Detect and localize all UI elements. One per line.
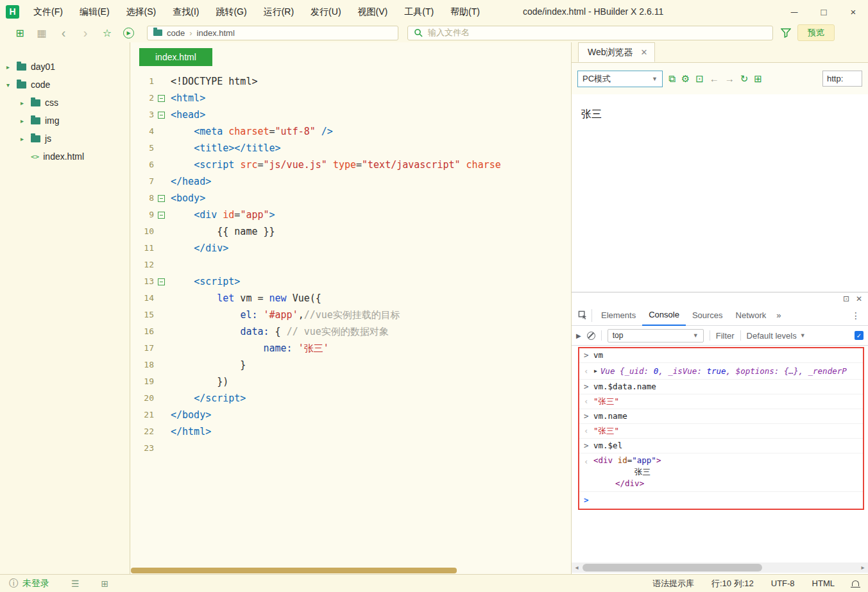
forward-arrow-icon[interactable]: → [725, 73, 735, 84]
file-search-input[interactable]: 输入文件名 [407, 26, 773, 40]
login-status[interactable]: 未登录 [22, 578, 49, 589]
encoding[interactable]: UTF-8 [771, 579, 795, 588]
code-line-19[interactable]: 19 }) [131, 373, 571, 390]
editor-horizontal-scrollbar[interactable] [131, 568, 457, 573]
close-button[interactable]: × [838, 0, 868, 23]
code-line-22[interactable]: 22</html> [131, 423, 571, 440]
console-filter-input[interactable]: Filter [716, 331, 735, 341]
toggle-sidebar-icon[interactable]: ⊞ [9, 27, 31, 39]
fold-marker-icon[interactable] [158, 195, 165, 202]
console-sidebar-icon[interactable]: ▶ [576, 332, 581, 339]
menu-查找(I)[interactable]: 查找(I) [164, 0, 207, 23]
syntax-library[interactable]: 语法提示库 [652, 578, 694, 589]
editor-pane[interactable]: index.html 1<!DOCTYPE html>2<html>3<head… [131, 42, 571, 574]
open-external-icon[interactable]: ⧉ [668, 73, 676, 85]
navigate-forward-icon[interactable]: › [74, 26, 96, 40]
inspect-element-icon[interactable] [574, 309, 592, 322]
run-button[interactable]: ▶ [123, 28, 134, 38]
menu-帮助(T)[interactable]: 帮助(T) [442, 0, 488, 23]
view-list-icon[interactable]: ☰ [71, 579, 80, 589]
scroll-right-icon[interactable]: ▸ [858, 562, 868, 573]
fold-marker-icon[interactable] [158, 95, 165, 102]
expand-arrow-icon[interactable]: ▸ [21, 117, 31, 124]
code-line-2[interactable]: 2<html> [131, 90, 571, 106]
save-icon[interactable]: ▦ [31, 27, 53, 39]
menu-选择(S)[interactable]: 选择(S) [118, 0, 165, 23]
javascript-context-select[interactable]: top ▼ [608, 329, 704, 343]
menu-工具(T)[interactable]: 工具(T) [396, 0, 442, 23]
code-line-11[interactable]: 11 </div> [131, 240, 571, 257]
grid-icon[interactable]: ⊞ [754, 73, 762, 85]
menu-视图(V)[interactable]: 视图(V) [350, 0, 396, 23]
cursor-position[interactable]: 行:10 列:12 [711, 578, 754, 589]
code-line-4[interactable]: 4 <meta charset="utf-8" /> [131, 123, 571, 140]
devtools-tab-sources[interactable]: Sources [686, 305, 729, 326]
notification-bell-icon[interactable] [852, 580, 859, 586]
code-line-15[interactable]: 15 el: '#app',//vue实例挂载的目标 [131, 307, 571, 323]
code-line-23[interactable]: 23 [131, 440, 571, 457]
code-line-14[interactable]: 14 let vm = new Vue({ [131, 290, 571, 307]
code-line-18[interactable]: 18 } [131, 357, 571, 373]
devtools-menu-icon[interactable]: ⋮ [844, 310, 868, 321]
tab-web-browser[interactable]: Web浏览器 ✕ [578, 42, 655, 62]
code-lines[interactable]: 1<!DOCTYPE html>2<html>3<head>4 <meta ch… [131, 73, 571, 566]
refresh-icon[interactable]: ↻ [740, 73, 749, 85]
devtools-tab-network[interactable]: Network [729, 305, 773, 326]
clear-console-icon[interactable] [587, 332, 595, 340]
tree-item-index.html[interactable]: <>index.html [0, 148, 130, 165]
code-line-12[interactable]: 12 [131, 257, 571, 273]
code-line-16[interactable]: 16 data: { // vue实例的数据对象 [131, 323, 571, 340]
tree-item-css[interactable]: ▸css [0, 94, 130, 112]
filter-funnel-icon[interactable] [781, 28, 791, 38]
back-arrow-icon[interactable]: ← [710, 73, 719, 84]
collapse-arrow-icon[interactable]: ▾ [6, 81, 17, 89]
code-line-17[interactable]: 17 name: '张三' [131, 340, 571, 357]
scrollbar-thumb[interactable] [583, 564, 762, 571]
fold-marker-icon[interactable] [158, 112, 165, 119]
fold-marker-icon[interactable] [158, 278, 165, 285]
devtools-tab-elements[interactable]: Elements [595, 305, 642, 326]
menu-文件(F)[interactable]: 文件(F) [25, 0, 71, 23]
fold-marker-icon[interactable] [158, 212, 165, 219]
terminal-icon[interactable]: ⊞ [101, 579, 109, 589]
code-line-9[interactable]: 9 <div id="app"> [131, 207, 571, 223]
menu-跳转(G)[interactable]: 跳转(G) [207, 0, 255, 23]
menu-运行(R)[interactable]: 运行(R) [255, 0, 302, 23]
minimize-button[interactable]: ─ [779, 0, 809, 23]
menu-编辑(E)[interactable]: 编辑(E) [71, 0, 118, 23]
close-tab-icon[interactable]: ✕ [641, 47, 648, 57]
code-line-10[interactable]: 10 {{ name }} [131, 223, 571, 240]
code-line-5[interactable]: 5 <title></title> [131, 140, 571, 156]
file-type[interactable]: HTML [812, 579, 835, 588]
favorite-star-icon[interactable]: ☆ [96, 27, 118, 39]
code-line-20[interactable]: 20 </script> [131, 390, 571, 407]
browser-mode-select[interactable]: PC模式 ▼ [577, 71, 663, 87]
scroll-left-icon[interactable]: ◂ [572, 562, 582, 573]
tree-item-code[interactable]: ▾code [0, 76, 130, 94]
devtools-horizontal-scrollbar[interactable]: ◂ ▸ [572, 562, 868, 573]
breadcrumb-folder[interactable]: code [167, 28, 185, 38]
code-line-7[interactable]: 7</head> [131, 173, 571, 190]
expand-arrow-icon[interactable]: ▸ [21, 99, 31, 106]
dock-side-icon[interactable]: ⊡ [843, 294, 849, 303]
preview-button[interactable]: 预览 [797, 24, 835, 41]
devtools-panel-icon[interactable]: ⊡ [695, 73, 704, 85]
more-tabs-icon[interactable]: » [772, 310, 785, 320]
editor-tab-index-html[interactable]: index.html [139, 48, 212, 66]
preserve-log-checkbox[interactable]: ✓ [855, 331, 864, 340]
log-levels-select[interactable]: Default levels ▼ [747, 331, 806, 341]
code-line-8[interactable]: 8<body> [131, 190, 571, 207]
devtools-tab-console[interactable]: Console [642, 305, 686, 326]
code-line-21[interactable]: 21</body> [131, 407, 571, 423]
tree-item-img[interactable]: ▸img [0, 112, 130, 130]
expand-triangle-icon[interactable]: ▶ [594, 363, 597, 379]
code-line-6[interactable]: 6 <script src="js/vue.js" type="text/jav… [131, 156, 571, 173]
maximize-button[interactable]: □ [809, 0, 838, 23]
code-line-13[interactable]: 13 <script> [131, 273, 571, 290]
code-line-3[interactable]: 3<head> [131, 106, 571, 123]
menu-发行(U)[interactable]: 发行(U) [302, 0, 349, 23]
expand-arrow-icon[interactable]: ▸ [6, 63, 17, 71]
tree-item-js[interactable]: ▸js [0, 130, 130, 148]
code-line-1[interactable]: 1<!DOCTYPE html> [131, 73, 571, 90]
breadcrumb-file[interactable]: index.html [197, 28, 235, 38]
